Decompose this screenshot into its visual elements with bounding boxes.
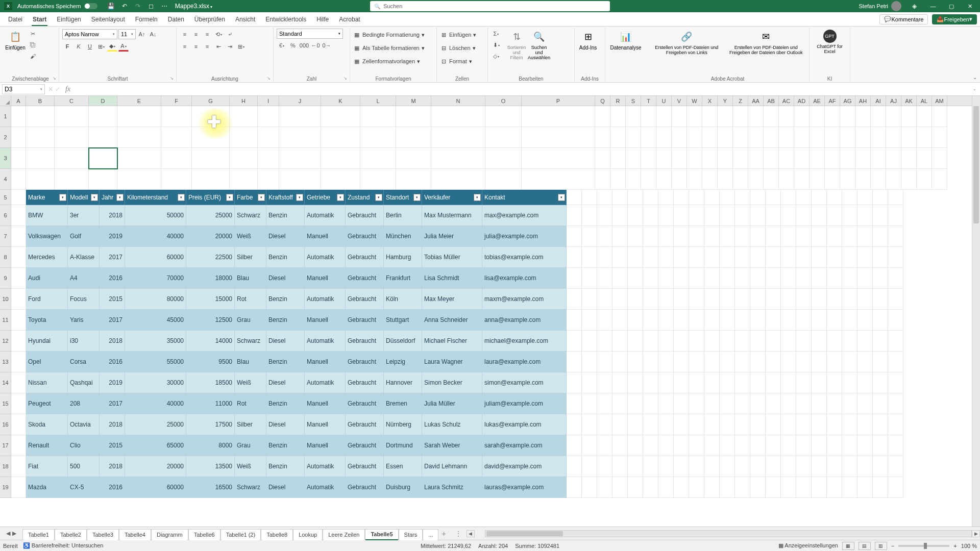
cell[interactable] <box>796 477 812 498</box>
table-cell[interactable]: Benzin <box>266 352 305 372</box>
cell[interactable] <box>857 372 873 393</box>
row-header[interactable]: 19 <box>0 477 11 498</box>
cell[interactable] <box>810 127 825 148</box>
cell[interactable] <box>842 477 857 498</box>
cell[interactable] <box>781 372 796 393</box>
page-break-view-icon[interactable]: ▥ <box>875 542 887 550</box>
column-header[interactable]: Q <box>595 96 610 106</box>
cell[interactable] <box>750 268 766 289</box>
table-header-cell[interactable]: Jahr▾ <box>100 190 125 205</box>
cell[interactable] <box>658 247 674 268</box>
table-header-cell[interactable]: Preis (EUR)▾ <box>186 190 235 205</box>
table-cell[interactable]: 8000 <box>186 435 235 456</box>
table-cell[interactable]: 60000 <box>125 477 186 498</box>
cell[interactable] <box>689 226 704 247</box>
cell[interactable] <box>687 127 702 148</box>
table-cell[interactable]: Golf <box>68 226 100 247</box>
cell[interactable] <box>888 247 903 268</box>
cell[interactable] <box>597 372 612 393</box>
cell[interactable] <box>766 414 781 435</box>
cell[interactable] <box>842 289 857 310</box>
cell[interactable] <box>842 435 857 456</box>
currency-icon[interactable]: € <box>277 40 287 51</box>
cell[interactable] <box>796 372 812 393</box>
cell[interactable] <box>932 127 947 148</box>
cell[interactable] <box>11 435 26 456</box>
column-header[interactable]: AF <box>825 96 840 106</box>
decrease-indent-icon[interactable]: ⇤ <box>213 41 224 52</box>
table-cell[interactable]: Automatik <box>305 456 346 477</box>
cell[interactable] <box>781 205 796 226</box>
table-cell[interactable]: 2018 <box>100 331 125 352</box>
cell[interactable] <box>192 169 230 190</box>
cell[interactable] <box>582 372 597 393</box>
cell[interactable] <box>886 106 901 127</box>
table-cell[interactable]: michael@example.com <box>482 331 567 352</box>
increase-indent-icon[interactable]: ⇥ <box>225 41 235 52</box>
cell[interactable] <box>735 205 750 226</box>
cell[interactable] <box>567 435 582 456</box>
cell[interactable] <box>643 310 658 331</box>
table-header-cell[interactable]: Farbe▾ <box>235 190 266 205</box>
cell[interactable] <box>689 310 704 331</box>
cell[interactable] <box>796 247 812 268</box>
cell[interactable] <box>643 268 658 289</box>
column-header[interactable]: L <box>360 96 396 106</box>
cell[interactable] <box>750 414 766 435</box>
cell[interactable] <box>656 106 672 127</box>
vertical-scrollbar[interactable] <box>972 96 980 527</box>
cell[interactable] <box>704 226 720 247</box>
insert-cells-button[interactable]: ⊞Einfügen ▾ <box>440 29 476 41</box>
cell[interactable] <box>871 106 886 127</box>
sheet-tab[interactable]: Tabelle1 (2) <box>220 529 261 540</box>
table-cell[interactable]: max@example.com <box>482 205 567 226</box>
dialog-launcher-icon[interactable]: ↘ <box>267 76 272 81</box>
user-account[interactable]: Stefan Petri <box>859 1 901 11</box>
cell[interactable] <box>873 190 888 205</box>
filter-icon[interactable]: ▾ <box>558 194 565 201</box>
cell[interactable] <box>258 106 279 127</box>
cell[interactable] <box>932 106 947 127</box>
cell[interactable] <box>735 372 750 393</box>
cell[interactable] <box>643 414 658 435</box>
column-header[interactable]: AB <box>764 96 779 106</box>
cell[interactable] <box>643 190 658 205</box>
cell[interactable] <box>873 414 888 435</box>
addins-button[interactable]: ⊞ Add-Ins <box>578 29 598 52</box>
cell[interactable] <box>766 190 781 205</box>
create-pdf-link-button[interactable]: 🔗 Erstellen von PDF-Dateien und Freigebe… <box>649 29 724 56</box>
row-header[interactable]: 7 <box>0 226 11 247</box>
cell[interactable] <box>26 127 55 148</box>
cell[interactable] <box>857 247 873 268</box>
cell[interactable] <box>842 331 857 352</box>
sheet-tab[interactable]: Tabelle3 <box>87 529 119 540</box>
zoom-out-icon[interactable]: − <box>891 543 894 549</box>
cell[interactable] <box>582 310 597 331</box>
table-cell[interactable]: 2018 <box>100 456 125 477</box>
cell[interactable] <box>764 169 779 190</box>
table-cell[interactable]: Laura Schmitz <box>422 477 482 498</box>
diamond-icon[interactable]: ◈ <box>910 2 919 11</box>
table-cell[interactable]: 20000 <box>186 226 235 247</box>
cell[interactable] <box>812 190 827 205</box>
cell[interactable] <box>192 148 230 169</box>
cell[interactable] <box>781 331 796 352</box>
cell[interactable] <box>750 352 766 372</box>
cell[interactable] <box>582 289 597 310</box>
table-cell[interactable]: Weiß <box>235 226 266 247</box>
format-as-table-button[interactable]: ▦Als Tabelle formatieren ▾ <box>353 42 425 54</box>
cell[interactable] <box>873 289 888 310</box>
table-cell[interactable]: David Lehmann <box>422 456 482 477</box>
cell[interactable] <box>842 247 857 268</box>
table-cell[interactable]: 2019 <box>100 226 125 247</box>
cell[interactable] <box>567 372 582 393</box>
increase-font-icon[interactable]: A↑ <box>137 29 147 39</box>
cell[interactable] <box>886 169 901 190</box>
sort-filter-button[interactable]: ⇅ Sortieren und Filtern <box>506 29 527 61</box>
table-cell[interactable]: Essen <box>384 456 422 477</box>
column-header[interactable]: AM <box>932 96 947 106</box>
cell[interactable] <box>932 148 947 169</box>
scroll-thumb[interactable] <box>486 531 563 536</box>
table-cell[interactable]: Mercedes <box>26 247 68 268</box>
cell[interactable] <box>842 372 857 393</box>
